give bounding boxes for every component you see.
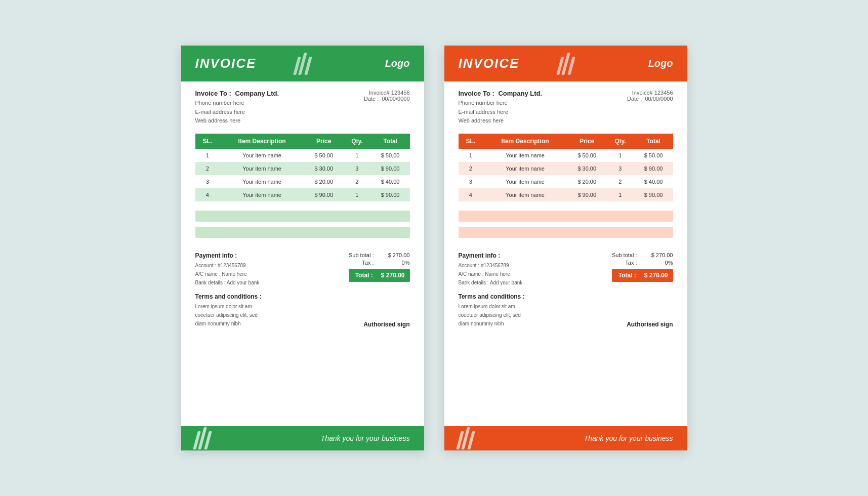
table-cell: 1 <box>606 149 634 162</box>
authorised-sign: Authorised sign <box>363 321 409 328</box>
table-cell: Your item name <box>220 162 304 175</box>
table-cell: $ 40.00 <box>371 175 410 188</box>
invoice-table: SL.Item DescriptionPriceQty.Total1Your i… <box>195 134 410 201</box>
table-cell: 3 <box>459 175 483 188</box>
table-header-cell: Total <box>634 134 673 149</box>
table-cell: $ 90.00 <box>304 188 343 201</box>
terms-title: Terms and conditions : <box>459 293 525 300</box>
total-value: $ 270.00 <box>381 272 405 279</box>
invoice-to-label: Invoice To : <box>195 90 231 97</box>
table-header-cell: Qty. <box>343 134 370 149</box>
table-cell: $ 30.00 <box>567 162 606 175</box>
tax-row: Tax : 0% <box>612 260 673 266</box>
footer-text: Thank you for your business <box>584 434 673 442</box>
invoice-number-section: Invoice# 123456 Date : 00/00/0000 <box>627 90 673 102</box>
table-cell: 1 <box>343 149 370 162</box>
subtotal-row: Sub total : $ 270.00 <box>612 252 673 258</box>
total-label: Total : <box>355 272 373 279</box>
spacer-group <box>181 205 424 241</box>
invoice-date: Date : 00/00/0000 <box>364 96 410 102</box>
page-wrapper: INVOICE Logo Invoice To : Company Ltd. P… <box>29 46 839 450</box>
table-row: 3Your item name$ 20.002$ 40.00 <box>459 175 673 188</box>
invoice-footer: Thank you for your business <box>444 426 687 450</box>
tax-label: Tax : <box>625 260 637 266</box>
table-cell: Your item name <box>483 149 567 162</box>
terms-text: Lorem ipsum dolor sit am-coeetuer adipis… <box>459 302 525 328</box>
table-cell: Your item name <box>483 175 567 188</box>
invoice-card-green: INVOICE Logo Invoice To : Company Ltd. P… <box>181 46 424 450</box>
invoice-meta: Invoice To : Company Ltd. Phone number h… <box>181 81 424 134</box>
table-row: 1Your item name$ 50.001$ 50.00 <box>195 149 410 162</box>
invoice-card-orange: INVOICE Logo Invoice To : Company Ltd. P… <box>444 46 687 450</box>
spacer-bar-2 <box>195 227 410 238</box>
table-cell: 2 <box>343 175 370 188</box>
table-cell: 1 <box>343 188 370 201</box>
payment-info: Payment info : Account : #123456789 A/C … <box>459 252 523 287</box>
spacer-group <box>444 205 687 241</box>
terms-section: Terms and conditions : Lorem ipsum dolor… <box>181 287 424 328</box>
invoice-to-company: Company Ltd. <box>497 90 542 97</box>
invoice-footer: Thank you for your business <box>181 426 424 450</box>
table-wrapper: SL.Item DescriptionPriceQty.Total1Your i… <box>444 134 687 201</box>
total-label: Total : <box>618 272 636 279</box>
table-cell: $ 90.00 <box>567 188 606 201</box>
header-logo: Logo <box>385 58 410 69</box>
table-cell: $ 90.00 <box>634 188 673 201</box>
invoice-date: Date : 00/00/0000 <box>627 96 673 102</box>
table-row: 4Your item name$ 90.001$ 90.00 <box>459 188 673 201</box>
terms-left: Terms and conditions : Lorem ipsum dolor… <box>195 293 262 328</box>
table-cell: 1 <box>459 149 483 162</box>
table-cell: 2 <box>606 175 634 188</box>
table-header-cell: Qty. <box>606 134 634 149</box>
table-cell: 4 <box>459 188 483 201</box>
terms-section: Terms and conditions : Lorem ipsum dolor… <box>444 287 687 328</box>
invoice-to-details: Phone number hereE-mail address hereWeb … <box>195 99 279 126</box>
table-cell: $ 20.00 <box>567 175 606 188</box>
spacer-bar-1 <box>195 211 410 222</box>
tax-row: Tax : 0% <box>349 260 410 266</box>
table-cell: 3 <box>195 175 220 188</box>
table-row: 1Your item name$ 50.001$ 50.00 <box>459 149 673 162</box>
invoice-meta: Invoice To : Company Ltd. Phone number h… <box>444 81 687 134</box>
terms-title: Terms and conditions : <box>195 293 262 300</box>
invoice-to-details: Phone number hereE-mail address hereWeb … <box>459 99 543 126</box>
table-cell: 2 <box>459 162 483 175</box>
invoice-title: INVOICE <box>459 56 520 71</box>
table-header-cell: SL. <box>195 134 220 149</box>
table-cell: $ 50.00 <box>304 149 343 162</box>
table-header-cell: Price <box>304 134 343 149</box>
invoice-to-label: Invoice To : <box>459 90 494 97</box>
spacer-bar-1 <box>459 211 673 222</box>
bottom-section: Payment info : Account : #123456789 A/C … <box>181 245 424 287</box>
terms-left: Terms and conditions : Lorem ipsum dolor… <box>459 293 525 328</box>
table-cell: $ 90.00 <box>371 162 410 175</box>
table-header-cell: SL. <box>459 134 483 149</box>
table-cell: Your item name <box>483 162 567 175</box>
subtotal-row: Sub total : $ 270.00 <box>349 252 410 258</box>
table-row: 4Your item name$ 90.001$ 90.00 <box>195 188 410 201</box>
payment-details: Account : #123456789 A/C name : Name her… <box>195 261 260 287</box>
footer-stripes <box>459 427 473 449</box>
header-stripes <box>559 53 573 75</box>
subtotal-label: Sub total : <box>349 252 374 258</box>
table-cell: $ 90.00 <box>634 162 673 175</box>
header-stripes <box>296 53 310 75</box>
table-cell: 3 <box>343 162 370 175</box>
table-cell: 2 <box>195 162 220 175</box>
payment-details: Account : #123456789 A/C name : Name her… <box>459 261 523 287</box>
table-cell: Your item name <box>220 175 304 188</box>
table-cell: 1 <box>195 149 220 162</box>
invoice-header: INVOICE Logo <box>444 46 687 81</box>
invoice-to-section: Invoice To : Company Ltd. Phone number h… <box>459 90 543 126</box>
table-header-row: SL.Item DescriptionPriceQty.Total <box>195 134 410 149</box>
table-row: 2Your item name$ 30.003$ 90.00 <box>195 162 410 175</box>
table-header-cell: Total <box>371 134 410 149</box>
total-bar: Total : $ 270.00 <box>612 269 673 282</box>
table-cell: $ 40.00 <box>634 175 673 188</box>
invoice-to-section: Invoice To : Company Ltd. Phone number h… <box>195 90 279 126</box>
total-value: $ 270.00 <box>644 272 668 279</box>
spacer-bar-2 <box>459 227 673 238</box>
bottom-section: Payment info : Account : #123456789 A/C … <box>444 245 687 287</box>
invoice-title: INVOICE <box>195 56 257 71</box>
authorised-sign: Authorised sign <box>627 321 673 328</box>
